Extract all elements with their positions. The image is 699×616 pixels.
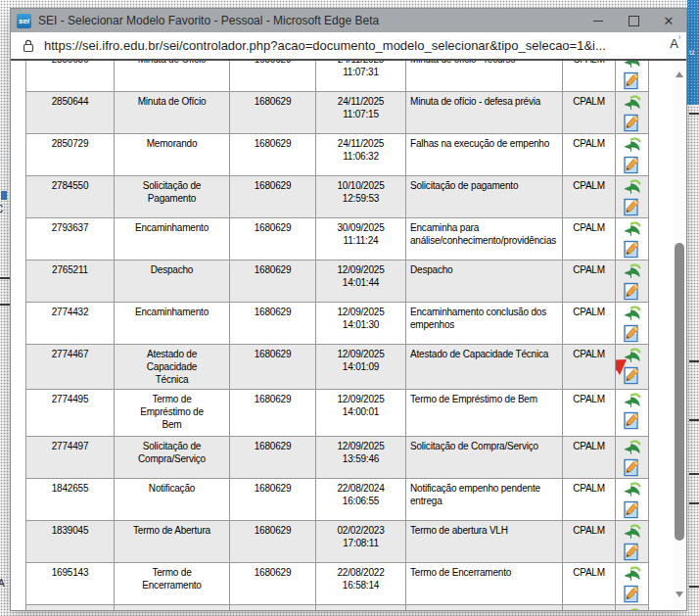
cell-datetime: 24/11/202511:06:32 [316, 134, 406, 176]
cell-document-type: Solicitação de Compra/Serviço [115, 437, 230, 479]
models-table: 2850656 Minuta de Ofício 1680629 24/11/2… [25, 61, 649, 610]
cell-datetime: 24/11/202511:07:15 [316, 92, 406, 134]
cell-actions [616, 437, 649, 479]
cell-process-number: 1680629 [230, 61, 316, 92]
cell-unit: CPALM [563, 605, 616, 611]
cell-description: Minuta de ofício - defesa prévia [406, 92, 563, 134]
read-aloud-icon[interactable]: A⁾ [670, 36, 680, 51]
background-dash [689, 360, 699, 362]
select-model-icon[interactable] [624, 61, 641, 70]
select-model-icon[interactable] [624, 524, 641, 541]
cell-datetime: 24/11/202511:07:31 [316, 61, 406, 92]
background-fragment: C [0, 204, 3, 214]
cell-unit: CPALM [563, 303, 616, 345]
cell-document-id: 2774432 [26, 303, 115, 345]
select-model-icon[interactable] [624, 608, 641, 610]
select-model-icon[interactable] [624, 566, 641, 583]
select-model-icon[interactable] [624, 263, 641, 280]
cell-document-id: 2793637 [26, 218, 115, 261]
sei-favicon-icon: sei [17, 14, 31, 28]
cell-unit: CPALM [563, 134, 616, 176]
cell-document-id: 2774467 [26, 345, 115, 390]
view-model-content-icon[interactable] [624, 240, 641, 257]
cell-document-id: 2784550 [26, 176, 115, 218]
cell-process-number: 1680629 [230, 390, 316, 437]
view-model-content-icon[interactable] [624, 156, 641, 172]
close-button[interactable]: ✕ [651, 9, 686, 32]
scrollbar-thumb[interactable] [675, 243, 684, 541]
background-dash [689, 586, 699, 588]
cell-datetime: 22/08/202416:06:55 [316, 479, 406, 521]
close-icon: ✕ [664, 15, 675, 27]
cell-document-type: Atestado de Capacidade Técnica [115, 345, 230, 390]
cell-document-id: 1839045 [26, 521, 115, 563]
scroll-up-icon[interactable] [676, 71, 683, 77]
lock-icon[interactable] [23, 39, 34, 53]
cell-description: Solicitação de pagamento [406, 176, 563, 218]
select-model-icon[interactable] [624, 306, 641, 322]
cell-unit: CPALM [563, 61, 616, 92]
inner-scrollbar[interactable] [673, 61, 686, 610]
view-model-content-icon[interactable] [624, 500, 641, 517]
select-model-icon[interactable] [624, 221, 641, 238]
view-model-content-icon[interactable] [624, 324, 641, 341]
cell-datetime: 11/09/2020 [316, 605, 406, 611]
select-model-icon[interactable] [624, 393, 641, 409]
cell-description: Encaminhamento conclusão dos empenhos [406, 303, 563, 345]
cell-document-id: 0934134 [26, 605, 115, 611]
select-model-icon[interactable] [624, 482, 641, 498]
url-text[interactable]: https://sei.ifro.edu.br/sei/controlador.… [44, 38, 606, 53]
table-row: 2774467 Atestado de Capacidade Técnica 1… [26, 345, 649, 390]
cell-description: Termo de abertura VLH [406, 521, 563, 563]
select-model-icon[interactable] [624, 95, 641, 112]
table-row: 2850656 Minuta de Ofício 1680629 24/11/2… [26, 61, 649, 92]
cell-actions [616, 176, 649, 218]
cell-description: Atestado de Capacidade Técnica [406, 345, 563, 390]
view-model-content-icon[interactable] [624, 543, 641, 559]
scroll-down-icon[interactable] [676, 592, 683, 597]
table-row: 0934134 Parecer 1680629 11/09/2020 Parec… [26, 605, 649, 611]
cell-process-number: 1680629 [230, 605, 316, 611]
view-model-content-icon[interactable] [624, 114, 641, 130]
cell-description: Parecer técnico Renata Rocha [406, 605, 563, 611]
cell-process-number: 1680629 [230, 218, 316, 261]
cell-document-id: 2850729 [26, 134, 115, 176]
maximize-button[interactable] [616, 9, 651, 32]
select-model-icon[interactable] [624, 440, 641, 456]
cell-unit: CPALM [563, 176, 616, 218]
view-model-content-icon[interactable] [624, 198, 641, 214]
cell-document-id: 2850656 [26, 61, 115, 92]
cell-document-type: Encaminhamento [115, 218, 230, 261]
select-model-icon[interactable] [624, 179, 641, 196]
cell-document-id: 2850644 [26, 92, 115, 134]
address-bar[interactable]: https://sei.ifro.edu.br/sei/controlador.… [11, 32, 686, 61]
table-row: 1839045 Termo de Abertura 1680629 02/02/… [26, 521, 649, 563]
cell-process-number: 1680629 [230, 92, 316, 134]
table-row: 2793637 Encaminhamento 1680629 30/09/202… [26, 218, 649, 261]
view-model-content-icon[interactable] [624, 282, 641, 299]
desktop-background: { "browser": { "title": "SEI - Seleciona… [0, 0, 699, 616]
cell-unit: CPALM [563, 479, 616, 521]
cell-unit: CPALM [563, 92, 616, 134]
cell-process-number: 1680629 [230, 521, 316, 563]
minimize-button[interactable] [581, 9, 616, 32]
cell-description: Termo de Empréstimo de Bem [406, 390, 563, 437]
view-model-content-icon[interactable] [624, 585, 641, 601]
table-row: 2774432 Encaminhamento 1680629 12/09/202… [26, 303, 649, 345]
view-model-content-icon[interactable] [624, 458, 641, 475]
view-model-content-icon[interactable] [624, 71, 641, 88]
table-row: 2850729 Memorando 1680629 24/11/202511:0… [26, 134, 649, 176]
cell-actions [616, 605, 649, 611]
cell-process-number: 1680629 [230, 176, 316, 218]
table-row: 2774495 Termo de Empréstimo de Bem 16806… [26, 390, 649, 437]
select-model-icon[interactable] [624, 137, 641, 154]
cell-document-type: Parecer [115, 605, 230, 611]
cell-document-type: Minuta de Ofício [115, 92, 230, 134]
table-row: 1842655 Notificação 1680629 22/08/202416… [26, 479, 649, 521]
cell-datetime: 12/09/202514:00:01 [316, 390, 406, 437]
cell-actions [616, 61, 649, 92]
view-model-content-icon[interactable] [624, 411, 641, 428]
cell-process-number: 1680629 [230, 303, 316, 345]
cell-document-id: 1842655 [26, 479, 115, 521]
cell-process-number: 1680629 [230, 437, 316, 479]
